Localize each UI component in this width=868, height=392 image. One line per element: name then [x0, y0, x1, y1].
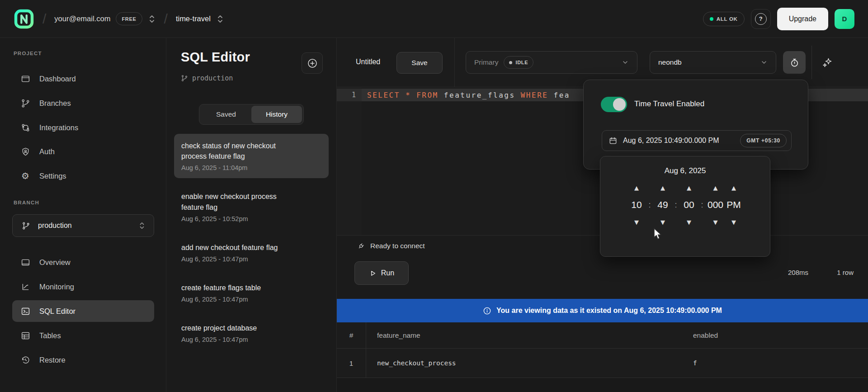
minutes-up-button[interactable]: ▲ — [655, 183, 670, 193]
topbar-divider — [811, 46, 812, 79]
time-travel-button[interactable] — [783, 51, 806, 74]
seconds-value: 00 — [681, 197, 697, 213]
compute-selector[interactable]: Primary IDLE — [466, 51, 637, 74]
history-item-date: Aug 6, 2025 - 10:52pm — [181, 215, 321, 222]
history-item-title: create feature flags table — [181, 283, 295, 293]
history-item[interactable]: add new checkout feature flag Aug 6, 202… — [174, 236, 329, 269]
chevron-down-icon — [760, 59, 768, 66]
save-button[interactable]: Save — [396, 52, 443, 74]
history-item-date: Aug 6, 2025 - 10:47pm — [181, 255, 321, 263]
row-count: 1 row — [837, 269, 854, 276]
banner-message: You are viewing data as it existed on Au… — [496, 307, 722, 315]
tab-history[interactable]: History — [251, 106, 302, 123]
system-status-pill[interactable]: ALL OK — [703, 12, 745, 26]
tab-saved[interactable]: Saved — [201, 106, 251, 123]
project-unfold-icon[interactable] — [216, 14, 224, 24]
neon-logo[interactable] — [14, 9, 34, 29]
colon-separator: : — [699, 183, 705, 227]
minutes-down-button[interactable]: ▼ — [655, 217, 670, 227]
colon-separator: : — [647, 183, 652, 227]
compute-status-badge: IDLE — [504, 56, 533, 69]
ai-sparkles-button[interactable] — [817, 51, 838, 74]
connection-status-text: Ready to connect — [370, 242, 425, 250]
plan-badge: FREE — [116, 12, 142, 25]
meridiem-down-button[interactable]: ▼ — [726, 217, 741, 227]
run-button[interactable]: Run — [354, 261, 409, 285]
meridiem-up-button[interactable]: ▲ — [726, 183, 741, 193]
sidebar-item-label: Monitoring — [39, 283, 74, 291]
enabled-cell: f — [693, 359, 868, 367]
database-selector[interactable]: neondb — [650, 51, 776, 74]
run-button-label: Run — [381, 269, 394, 277]
org-unfold-icon[interactable] — [148, 14, 156, 24]
restore-history-icon — [20, 355, 30, 365]
history-item-title: create project database — [181, 323, 295, 333]
sidebar-item-dashboard[interactable]: Dashboard — [12, 68, 154, 90]
minutes-spinner: ▲ 49 ▼ — [655, 183, 670, 227]
sidebar-item-auth[interactable]: Auth — [12, 141, 154, 162]
sidebar-item-tables[interactable]: Tables — [12, 325, 154, 346]
hours-up-button[interactable]: ▲ — [629, 183, 644, 193]
new-query-button[interactable] — [302, 52, 323, 74]
time-travel-toggle[interactable] — [601, 97, 627, 112]
milliseconds-spinner: ▲ 000 ▼ — [708, 183, 723, 227]
column-header-index: # — [337, 322, 366, 348]
seconds-up-button[interactable]: ▲ — [681, 183, 697, 193]
colon-separator: : — [673, 183, 679, 227]
sidebar-item-label: Integrations — [39, 123, 78, 132]
history-item[interactable]: create project database Aug 6, 2025 - 10… — [174, 316, 329, 350]
history-item[interactable]: create feature flags table Aug 6, 2025 -… — [174, 276, 329, 310]
milliseconds-value: 000 — [708, 197, 723, 213]
org-breadcrumb[interactable]: your@email.com FREE — [54, 12, 156, 25]
project-section-label: PROJECT — [14, 51, 42, 56]
history-item-date: Aug 6, 2025 - 10:47pm — [181, 296, 321, 303]
timezone-badge: GMT +05:30 — [740, 134, 787, 147]
auth-shield-icon — [20, 146, 30, 156]
panel-branch: production — [181, 74, 233, 82]
help-button[interactable]: ? — [751, 9, 771, 29]
sidebar-item-overview[interactable]: Overview — [12, 251, 154, 273]
sidebar-item-label: Restore — [39, 356, 66, 364]
datetime-input[interactable]: Aug 6, 2025 10:49:00.000 PM GMT +05:30 — [602, 130, 792, 151]
hours-spinner: ▲ 10 ▼ — [629, 183, 644, 227]
overview-icon — [20, 257, 30, 267]
branch-icon — [181, 75, 188, 82]
sidebar-item-integrations[interactable]: Integrations — [12, 117, 154, 138]
seconds-down-button[interactable]: ▼ — [681, 217, 697, 227]
line-number: 1 — [337, 89, 362, 101]
chevron-down-icon — [622, 59, 629, 66]
plug-icon — [357, 242, 365, 250]
hours-value: 10 — [629, 197, 644, 213]
sidebar-item-monitoring[interactable]: Monitoring — [12, 276, 154, 298]
sidebar-item-settings[interactable]: ⚙ Settings — [12, 165, 154, 187]
avatar[interactable]: D — [835, 9, 854, 29]
meridiem-value: PM — [726, 197, 741, 213]
history-item[interactable]: check status of new checkout process fea… — [174, 134, 329, 178]
history-item[interactable]: enable new checkout process feature flag… — [174, 184, 329, 229]
sidebar-item-branches[interactable]: Branches — [12, 92, 154, 114]
time-travel-toggle-label: Time Travel Enabled — [634, 99, 704, 109]
column-header-feature-name: feature_name — [366, 331, 693, 340]
upgrade-button[interactable]: Upgrade — [777, 8, 828, 30]
database-name: neondb — [658, 58, 760, 66]
saved-history-tabs: Saved History — [199, 104, 304, 125]
play-icon — [369, 269, 377, 277]
calendar-icon — [609, 136, 618, 145]
hours-down-button[interactable]: ▼ — [629, 217, 644, 227]
integrations-icon — [20, 123, 30, 132]
branch-selector[interactable]: production — [12, 214, 154, 237]
sidebar-item-restore[interactable]: Restore — [12, 349, 154, 371]
tables-icon — [20, 331, 30, 340]
milliseconds-up-button[interactable]: ▲ — [708, 183, 723, 193]
table-row[interactable]: 1 new_checkout_process f — [337, 349, 868, 378]
query-name[interactable]: Untitled — [356, 58, 380, 66]
history-list: check status of new checkout process fea… — [174, 134, 329, 350]
sql-identifier: fea — [548, 91, 570, 99]
line-number-gutter — [337, 87, 362, 235]
sidebar-item-sql-editor[interactable]: SQL Editor — [12, 300, 154, 322]
milliseconds-down-button[interactable]: ▼ — [708, 217, 723, 227]
project-breadcrumb[interactable]: time-travel — [176, 14, 224, 24]
compute-name: Primary — [474, 58, 498, 66]
picker-date-label: Aug 6, 2025 — [600, 166, 770, 175]
time-travel-banner: You are viewing data as it existed on Au… — [337, 299, 868, 322]
